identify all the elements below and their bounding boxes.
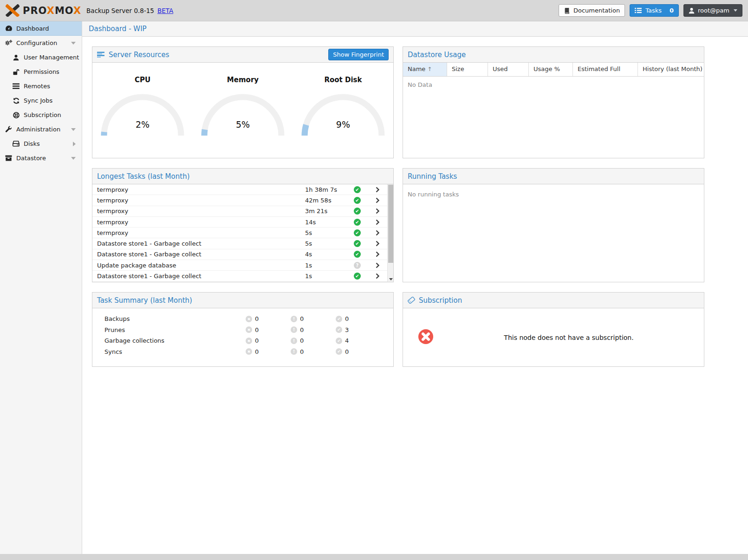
summary-row-garbage-collections: Garbage collections 0 0 4 xyxy=(92,335,393,346)
page-title: Dashboard - WIP xyxy=(89,25,147,33)
cpu-gauge-value: 2% xyxy=(98,119,187,130)
status-ok-icon xyxy=(354,219,361,226)
memory-gauge: Memory 5% xyxy=(193,76,293,158)
chevron-right-icon[interactable] xyxy=(368,230,387,236)
task-row[interactable]: Datastore store1 - Garbage collect 4s xyxy=(92,249,387,260)
task-list-scrollbar[interactable] xyxy=(387,184,393,282)
task-row[interactable]: termproxy 1h 38m 7s xyxy=(92,184,387,195)
ok-count-icon xyxy=(336,348,342,355)
chevron-right-icon[interactable] xyxy=(368,208,387,214)
column-header-name[interactable]: Name↑ xyxy=(403,63,447,76)
show-fingerprint-button[interactable]: Show Fingerprint xyxy=(328,49,389,60)
chevron-right-icon[interactable] xyxy=(368,262,387,268)
sidebar-item-datastore[interactable]: Datastore xyxy=(0,151,82,165)
top-bar: PROXMOX Backup Server 0.8-15 BETA Docume… xyxy=(0,0,748,21)
status-ok-icon xyxy=(354,229,361,236)
status-ok-icon xyxy=(354,208,361,215)
error-count-icon xyxy=(246,326,252,333)
ok-count-icon xyxy=(336,316,342,322)
status-unknown-icon xyxy=(354,262,361,269)
chevron-right-icon[interactable] xyxy=(368,273,387,279)
scrollbar-thumb[interactable] xyxy=(388,185,393,263)
beta-link[interactable]: BETA xyxy=(157,7,173,14)
task-row[interactable]: termproxy 3m 21s xyxy=(92,206,387,217)
archive-icon xyxy=(5,155,13,162)
warning-count-icon xyxy=(291,338,297,344)
task-summary-panel: Task Summary (last Month) Backups 0 0 0 … xyxy=(92,292,394,367)
running-tasks-empty-text: No running tasks xyxy=(403,184,704,198)
sidebar-item-sync-jobs[interactable]: Sync Jobs xyxy=(0,93,82,108)
tasks-button[interactable]: Tasks 0 xyxy=(630,4,679,17)
scrollbar-down-arrow[interactable] xyxy=(389,278,393,280)
task-row[interactable]: Update package database 1s xyxy=(92,260,387,271)
summary-row-backups: Backups 0 0 0 xyxy=(92,313,393,325)
no-subscription-icon xyxy=(418,329,434,346)
chevron-down-icon xyxy=(71,128,76,131)
warning-count-icon xyxy=(291,326,297,333)
sidebar-item-subscription[interactable]: Subscription xyxy=(0,108,82,122)
sidebar-item-permissions[interactable]: Permissions xyxy=(0,65,82,79)
chevron-down-icon xyxy=(71,42,76,45)
unlock-icon xyxy=(12,68,20,76)
column-header-history[interactable]: History (last Month) xyxy=(638,63,704,76)
book-icon xyxy=(564,7,570,14)
ticket-icon xyxy=(408,297,415,304)
brand-wordmark: PROXMOX xyxy=(23,5,81,16)
warning-count-icon xyxy=(291,316,297,322)
cpu-gauge: CPU 2% xyxy=(92,76,193,158)
gears-icon xyxy=(5,39,13,47)
user-menu-button[interactable]: root@pam xyxy=(683,4,742,17)
column-header-used[interactable]: Used xyxy=(488,63,529,76)
sidebar-item-dashboard[interactable]: Dashboard xyxy=(0,21,82,36)
chevron-right-icon[interactable] xyxy=(368,219,387,225)
chevron-right-icon[interactable] xyxy=(368,197,387,203)
task-row[interactable]: Datastore store1 - Garbage collect 5s xyxy=(92,238,387,249)
column-header-usage-pct[interactable]: Usage % xyxy=(529,63,573,76)
datastore-usage-panel: Datastore Usage Name↑ Size Used Usage % … xyxy=(403,46,704,158)
column-header-size[interactable]: Size xyxy=(447,63,488,76)
server-resources-panel: Server Resources Show Fingerprint CPU xyxy=(92,46,394,158)
user-icon xyxy=(689,7,695,14)
chevron-right-icon[interactable] xyxy=(368,251,387,257)
ok-count-icon xyxy=(336,326,342,333)
running-tasks-panel: Running Tasks No running tasks xyxy=(403,168,704,282)
chevron-right-icon[interactable] xyxy=(368,241,387,247)
task-row[interactable]: termproxy 42m 58s xyxy=(92,195,387,206)
tachometer-icon xyxy=(5,25,13,32)
column-header-estimated-full[interactable]: Estimated Full xyxy=(573,63,638,76)
sidebar-item-user-management[interactable]: User Management xyxy=(0,50,82,65)
gauges-row: CPU 2% Memory xyxy=(92,63,393,158)
chevron-right-icon[interactable] xyxy=(368,187,387,193)
root-disk-gauge-value: 9% xyxy=(299,119,387,130)
error-count-icon xyxy=(246,348,252,355)
warning-count-icon xyxy=(291,348,297,355)
memory-gauge-value: 5% xyxy=(199,119,287,130)
datastore-empty-text: No Data xyxy=(403,77,704,88)
tasks-count-badge: 0 xyxy=(670,7,674,14)
sidebar-item-configuration[interactable]: Configuration xyxy=(0,36,82,50)
documentation-button[interactable]: Documentation xyxy=(559,4,625,17)
wrench-icon xyxy=(5,126,13,133)
subscription-panel: Subscription This node does not have a s… xyxy=(403,292,704,367)
ok-count-icon xyxy=(336,338,342,344)
page-title-bar: Dashboard - WIP xyxy=(82,21,748,37)
chevron-down-icon xyxy=(734,9,737,12)
datastore-table-header: Name↑ Size Used Usage % Estimated Full H… xyxy=(403,63,704,77)
proxmox-logo-icon xyxy=(6,4,20,17)
chevron-down-icon xyxy=(71,157,76,160)
task-row[interactable]: termproxy 14s xyxy=(92,217,387,228)
error-count-icon xyxy=(246,316,252,322)
task-row[interactable]: termproxy 5s xyxy=(92,228,387,238)
task-row[interactable]: Datastore store1 - Garbage collect 1s xyxy=(92,271,387,281)
stacked-bars-icon xyxy=(97,52,105,58)
status-ok-icon xyxy=(354,197,361,204)
error-count-icon xyxy=(246,338,252,344)
sidebar-item-disks[interactable]: Disks xyxy=(0,137,82,151)
sidebar-item-remotes[interactable]: Remotes xyxy=(0,79,82,93)
subscription-message: This node does not have a subscription. xyxy=(434,334,704,341)
app-subtitle: Backup Server 0.8-15 xyxy=(86,7,154,14)
status-ok-icon xyxy=(354,273,361,280)
server-list-icon xyxy=(12,83,20,90)
sidebar-item-administration[interactable]: Administration xyxy=(0,122,82,137)
support-icon xyxy=(12,111,20,119)
